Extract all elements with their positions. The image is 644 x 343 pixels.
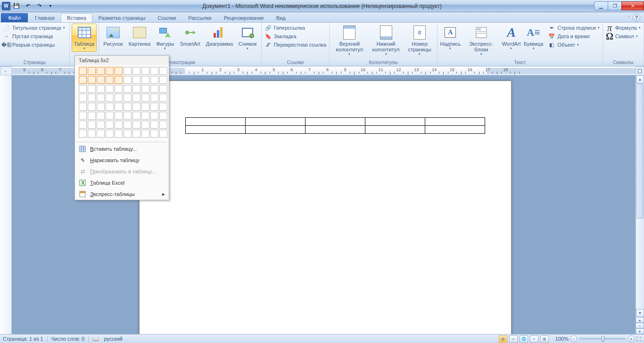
table-cell[interactable]: [305, 118, 365, 126]
table-button[interactable]: Таблица ▾: [72, 24, 97, 52]
clipart-button[interactable]: Картинка: [126, 24, 153, 48]
table-grid-cell[interactable]: [115, 130, 123, 138]
restore-button[interactable]: ❐: [608, 1, 622, 10]
vertical-scrollbar[interactable]: ▲ ▼: [636, 75, 644, 317]
table-grid-cell[interactable]: [141, 130, 149, 138]
redo-button[interactable]: ↷: [34, 1, 44, 11]
table-grid-cell[interactable]: [150, 112, 158, 120]
table-grid-cell[interactable]: [97, 121, 105, 129]
table-grid-cell[interactable]: [150, 103, 158, 111]
table-cell[interactable]: [305, 126, 365, 134]
textbox-button[interactable]: AНадпись▾: [439, 24, 462, 52]
table-grid-cell[interactable]: [97, 94, 105, 102]
fit-button[interactable]: ⛶: [636, 336, 641, 342]
table-grid-cell[interactable]: [106, 112, 114, 120]
table-grid-cell[interactable]: [79, 130, 87, 138]
table-grid-cell[interactable]: [159, 85, 167, 93]
vertical-ruler[interactable]: [0, 75, 12, 334]
dropcap-button[interactable]: A≡Буквица▾: [523, 24, 545, 52]
table-grid-cell[interactable]: [79, 67, 87, 75]
table-grid-cell[interactable]: [124, 121, 132, 129]
datetime-button[interactable]: 📅Дата и время: [547, 32, 600, 41]
table-grid-cell[interactable]: [115, 112, 123, 120]
table-grid-cell[interactable]: [124, 130, 132, 138]
blank-page-button[interactable]: ▫Пустая страница: [2, 32, 66, 41]
smartart-button[interactable]: SmartArt: [177, 24, 202, 48]
table-grid-cell[interactable]: [150, 94, 158, 102]
help-button[interactable]: ?: [633, 14, 640, 21]
table-grid-cell[interactable]: [115, 94, 123, 102]
table-grid-cell[interactable]: [141, 103, 149, 111]
table-grid-cell[interactable]: [79, 112, 87, 120]
table-grid-cell[interactable]: [79, 76, 87, 84]
table-grid-cell[interactable]: [141, 67, 149, 75]
page-indicator[interactable]: Страница: 1 из 1: [3, 336, 43, 342]
hyperlink-button[interactable]: 🔗Гиперссылка: [264, 24, 328, 32]
picture-button[interactable]: Рисунок: [101, 24, 125, 48]
table-cell[interactable]: [365, 118, 425, 126]
table-cell[interactable]: [365, 126, 425, 134]
table-grid-cell[interactable]: [141, 112, 149, 120]
word-app-icon[interactable]: W: [2, 2, 10, 10]
table-cell[interactable]: [246, 118, 305, 126]
table-grid-cell[interactable]: [79, 103, 87, 111]
zoom-in-button[interactable]: +: [628, 335, 635, 342]
table-grid-cell[interactable]: [124, 85, 132, 93]
draft-view-button[interactable]: ▥: [540, 335, 549, 343]
table-grid-cell[interactable]: [106, 121, 114, 129]
zoom-slider-thumb[interactable]: [602, 336, 604, 342]
table-grid-cell[interactable]: [132, 94, 140, 102]
table-grid-cell[interactable]: [115, 85, 123, 93]
table-grid-cell[interactable]: [97, 76, 105, 84]
table-grid-cell[interactable]: [150, 130, 158, 138]
table-grid-cell[interactable]: [106, 94, 114, 102]
table-grid-cell[interactable]: [79, 94, 87, 102]
table-grid-cell[interactable]: [88, 130, 96, 138]
table-grid-cell[interactable]: [115, 76, 123, 84]
table-grid-cell[interactable]: [97, 67, 105, 75]
outline-view-button[interactable]: ≡: [530, 335, 538, 343]
table-cell[interactable]: [425, 118, 485, 126]
table-grid-cell[interactable]: [150, 67, 158, 75]
table-grid-cell[interactable]: [132, 67, 140, 75]
table-grid-cell[interactable]: [124, 103, 132, 111]
insert-table-menu-item[interactable]: Вставить таблицу...: [75, 143, 169, 155]
minimize-button[interactable]: ▁: [594, 1, 608, 10]
cover-page-button[interactable]: 📄Титульная страница ▾: [2, 24, 66, 32]
scroll-up-button[interactable]: ▲: [636, 75, 644, 83]
document-table[interactable]: [185, 117, 485, 134]
quick-tables-menu-item[interactable]: Экспресс-таблицы ▶: [75, 188, 169, 200]
table-grid-cell[interactable]: [124, 67, 132, 75]
ruler-toggle-button[interactable]: [636, 66, 644, 75]
table-grid-cell[interactable]: [88, 103, 96, 111]
draw-table-menu-item[interactable]: ✎ Нарисовать таблицу: [75, 155, 169, 166]
word-count[interactable]: Число слов: 0: [51, 336, 85, 342]
table-grid-cell[interactable]: [97, 130, 105, 138]
table-grid-cell[interactable]: [106, 67, 114, 75]
table-grid-cell[interactable]: [88, 94, 96, 102]
table-grid-cell[interactable]: [159, 94, 167, 102]
zoom-slider[interactable]: [579, 338, 626, 340]
next-page-button[interactable]: ▾: [636, 328, 644, 334]
table-grid-cell[interactable]: [132, 103, 140, 111]
table-cell[interactable]: [186, 118, 246, 126]
table-size-grid[interactable]: [75, 65, 169, 141]
file-tab[interactable]: Файл: [1, 13, 28, 22]
browse-object-button[interactable]: ○: [636, 323, 644, 328]
object-button[interactable]: ◧Объект ▾: [547, 41, 600, 49]
scroll-thumb[interactable]: [636, 84, 644, 219]
ruler-corner[interactable]: ⌐: [0, 66, 12, 75]
fullscreen-reading-view-button[interactable]: ▭: [509, 335, 518, 343]
table-grid-cell[interactable]: [132, 112, 140, 120]
tab-references[interactable]: Ссылки: [152, 13, 182, 22]
scroll-down-button[interactable]: ▼: [636, 309, 644, 317]
table-grid-cell[interactable]: [115, 121, 123, 129]
spellcheck-icon[interactable]: 📖: [92, 336, 99, 342]
tab-mailings[interactable]: Рассылки: [182, 13, 217, 22]
quickparts-button[interactable]: Экспресс-блоки▾: [462, 24, 500, 57]
table-grid-cell[interactable]: [159, 130, 167, 138]
table-cell[interactable]: [425, 126, 485, 134]
table-grid-cell[interactable]: [106, 85, 114, 93]
tab-page-layout[interactable]: Разметка страницы: [92, 13, 152, 22]
table-grid-cell[interactable]: [132, 121, 140, 129]
